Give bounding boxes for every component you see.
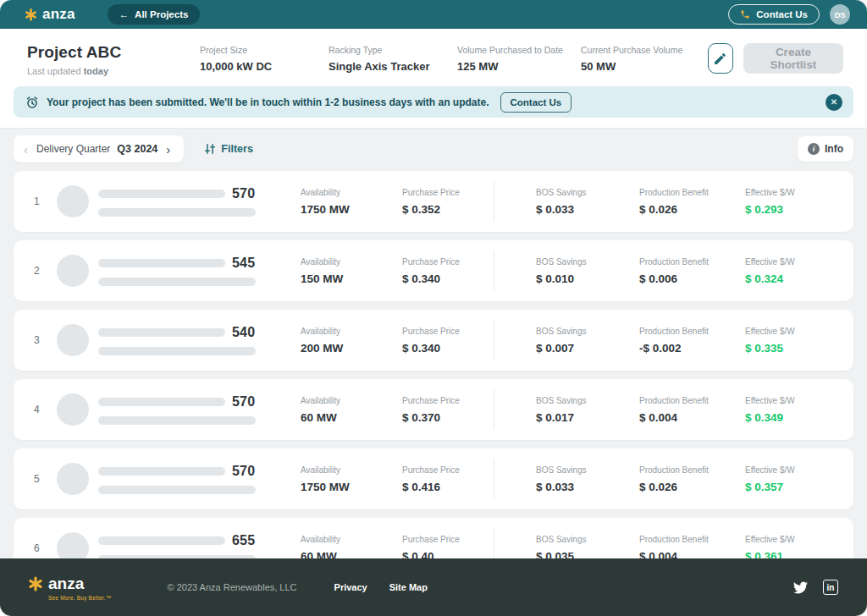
- main-content: ‹ Delivery Quarter Q3 2024 › Filters i I…: [0, 129, 867, 558]
- footer-brand: anza See More. Buy Better.™: [27, 575, 112, 601]
- twitter-icon[interactable]: [793, 580, 808, 595]
- table-row[interactable]: 5 570 Availability 1750 MW Purchase Pric…: [14, 448, 853, 509]
- cell-value: -$ 0.002: [639, 342, 745, 355]
- banner-close-button[interactable]: ✕: [826, 94, 842, 111]
- cell-availability: Availability 200 MW: [301, 327, 402, 355]
- quarter-value: Q3 2024: [117, 143, 157, 155]
- cell-label: Purchase Price: [402, 327, 487, 336]
- info-button[interactable]: i Info: [798, 136, 853, 162]
- placeholder-bar: [98, 347, 256, 355]
- module-thumbnail-placeholder: [57, 324, 89, 356]
- title-block: Project ABC Last updated today: [27, 43, 200, 76]
- cell-value: $ 0.006: [639, 272, 745, 285]
- row-rank: 2: [34, 265, 52, 277]
- footer: anza See More. Buy Better.™ © 2023 Anza …: [0, 558, 867, 616]
- create-shortlist-button[interactable]: Create Shortlist: [743, 43, 843, 74]
- stat-project-size: Project Size 10,000 kW DC: [200, 43, 329, 73]
- cell-label: Production Benefit: [639, 396, 745, 405]
- cell-label: Availability: [301, 396, 402, 405]
- table-row[interactable]: 3 540 Availability 200 MW Purchase Price…: [14, 310, 853, 371]
- cell-value: 1750 MW: [301, 481, 402, 493]
- cell-availability: Availability 1750 MW: [301, 188, 402, 216]
- cell-value: $ 0.033: [536, 203, 639, 216]
- all-projects-button[interactable]: ← All Projects: [108, 4, 201, 25]
- cell-bos-savings: BOS Savings $ 0.017: [536, 396, 639, 424]
- cell-bos-savings: BOS Savings $ 0.035: [536, 535, 639, 559]
- cell-effective-dollar-per-watt: Effective $/W $ 0.349: [745, 396, 830, 424]
- cell-value: $ 0.370: [402, 411, 487, 424]
- cell-label: Production Benefit: [639, 188, 745, 197]
- row-divider: [494, 528, 494, 558]
- cell-value: $ 0.40: [402, 550, 487, 559]
- row-divider: [494, 181, 494, 222]
- cell-label: BOS Savings: [536, 465, 639, 475]
- phone-icon: [740, 9, 750, 19]
- table-row[interactable]: 2 545 Availability 150 MW Purchase Price…: [14, 240, 853, 301]
- module-wattage: 570: [232, 464, 255, 479]
- module-thumbnail-placeholder: [57, 532, 89, 558]
- cell-label: Effective $/W: [745, 257, 830, 267]
- cell-effective-dollar-per-watt: Effective $/W $ 0.324: [745, 257, 830, 285]
- filters-label: Filters: [221, 143, 253, 155]
- module-wattage: 540: [232, 325, 255, 340]
- cell-label: Production Benefit: [639, 465, 745, 475]
- project-header: Project ABC Last updated today Project S…: [0, 29, 867, 85]
- cell-bos-savings: BOS Savings $ 0.010: [536, 257, 639, 285]
- last-updated-prefix: Last updated: [27, 66, 84, 76]
- header-actions: Create Shortlist: [708, 43, 843, 74]
- row-divider: [494, 459, 494, 499]
- edit-project-button[interactable]: [708, 43, 733, 74]
- anza-logo: anza: [24, 6, 75, 23]
- contact-us-nav-button[interactable]: Contact Us: [728, 4, 820, 25]
- footer-tagline: See More. Buy Better.™: [48, 595, 112, 601]
- cell-production-benefit: Production Benefit $ 0.026: [639, 465, 745, 493]
- footer-link-sitemap[interactable]: Site Map: [389, 582, 428, 592]
- cell-value: $ 0.361: [745, 550, 830, 559]
- quarter-next-button[interactable]: ›: [161, 141, 175, 157]
- cell-effective-dollar-per-watt: Effective $/W $ 0.361: [745, 535, 830, 559]
- module-wattage: 655: [232, 533, 255, 548]
- banner-message: Your project has been submitted. We'll b…: [47, 96, 489, 108]
- cell-purchase-price: Purchase Price $ 0.416: [402, 465, 487, 493]
- module-wattage: 570: [232, 394, 255, 410]
- module-info-placeholder: 540: [98, 325, 256, 355]
- cell-value: $ 0.035: [536, 550, 639, 559]
- banner-contact-us-button[interactable]: Contact Us: [500, 92, 572, 113]
- cell-effective-dollar-per-watt: Effective $/W $ 0.357: [745, 465, 830, 493]
- linkedin-icon[interactable]: in: [823, 580, 838, 595]
- footer-link-privacy[interactable]: Privacy: [334, 582, 367, 592]
- cell-value: $ 0.026: [639, 481, 745, 493]
- cell-label: Production Benefit: [639, 327, 745, 336]
- close-icon: ✕: [831, 98, 837, 107]
- contact-us-label: Contact Us: [756, 9, 808, 19]
- cell-label: Purchase Price: [402, 535, 487, 544]
- cell-bos-savings: BOS Savings $ 0.033: [536, 465, 639, 493]
- cell-purchase-price: Purchase Price $ 0.340: [402, 327, 487, 355]
- table-row[interactable]: 4 570 Availability 60 MW Purchase Price …: [14, 379, 853, 440]
- project-header-section: Project ABC Last updated today Project S…: [0, 29, 867, 129]
- delivery-quarter-selector: ‹ Delivery Quarter Q3 2024 ›: [14, 135, 184, 162]
- stat-value: 50 MW: [581, 60, 708, 73]
- cell-label: BOS Savings: [536, 327, 639, 336]
- quarter-prev-button[interactable]: ‹: [19, 141, 33, 157]
- cell-label: Purchase Price: [402, 257, 487, 267]
- placeholder-bar: [98, 398, 225, 406]
- footer-brand-name: anza: [48, 575, 84, 593]
- placeholder-bar: [98, 208, 256, 217]
- cell-value: $ 0.324: [745, 272, 830, 285]
- app-window: anza ← All Projects Contact Us DS Projec…: [0, 0, 867, 616]
- footer-social: in: [793, 580, 838, 595]
- table-row[interactable]: 1 570 Availability 1750 MW Purchase Pric…: [14, 171, 853, 232]
- stat-value: 10,000 kW DC: [200, 60, 329, 73]
- cell-purchase-price: Purchase Price $ 0.370: [402, 396, 487, 424]
- cell-value: $ 0.004: [639, 550, 745, 559]
- cell-label: Availability: [301, 188, 402, 197]
- footer-copyright: © 2023 Anza Renewables, LLC: [168, 582, 297, 592]
- placeholder-bar: [98, 328, 225, 337]
- table-row[interactable]: 6 655 Availability 60 MW Purchase Price …: [14, 518, 853, 558]
- user-avatar[interactable]: DS: [830, 4, 850, 25]
- filters-button[interactable]: Filters: [204, 143, 253, 155]
- navbar-right: Contact Us DS: [728, 4, 850, 25]
- cell-label: Effective $/W: [745, 465, 830, 475]
- toolbar: ‹ Delivery Quarter Q3 2024 › Filters i I…: [14, 135, 853, 162]
